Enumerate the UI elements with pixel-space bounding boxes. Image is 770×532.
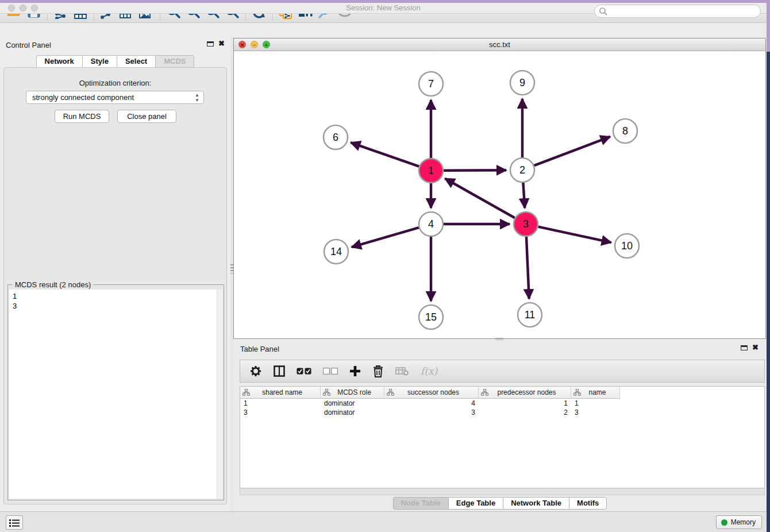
svg-text:10: 10 xyxy=(621,240,633,252)
table-row[interactable]: 3dominator323 xyxy=(240,408,764,417)
graph-edge-3-10[interactable] xyxy=(538,227,611,242)
close-panel-icon[interactable]: ✖ xyxy=(218,41,225,47)
list-icon xyxy=(9,519,20,527)
close-panel-button[interactable]: Close panel xyxy=(117,110,176,123)
graph-node-4[interactable]: 4 xyxy=(419,212,443,236)
control-panel-title: Control Panel xyxy=(6,41,51,49)
svg-text:4: 4 xyxy=(428,218,434,230)
run-mcds-button[interactable]: Run MCDS xyxy=(55,110,109,123)
table-scrollbar-strip[interactable] xyxy=(240,488,765,495)
float-table-panel-icon[interactable] xyxy=(741,345,748,350)
memory-status-icon xyxy=(721,519,727,526)
graph-node-9[interactable]: 9 xyxy=(510,71,534,95)
maximize-window-button[interactable] xyxy=(31,5,38,11)
svg-text:11: 11 xyxy=(525,309,536,321)
table-cell: 4 xyxy=(384,399,479,408)
close-window-button[interactable] xyxy=(8,5,15,11)
tab-style[interactable]: Style xyxy=(82,55,117,68)
svg-text:6: 6 xyxy=(333,132,338,143)
delete-table-icon[interactable] xyxy=(395,367,409,376)
svg-text:15: 15 xyxy=(425,311,437,323)
search-icon xyxy=(599,7,608,16)
search-field[interactable] xyxy=(594,5,761,18)
network-graph[interactable]: 7968124314101511 xyxy=(234,51,765,338)
memory-button[interactable]: Memory xyxy=(716,515,762,529)
table-cell: 1 xyxy=(571,399,620,408)
window-border-right xyxy=(767,3,770,52)
graph-edge-1-6[interactable] xyxy=(351,142,419,167)
graph-edge-2-8[interactable] xyxy=(534,137,610,165)
network-minimize-button[interactable]: – xyxy=(251,41,258,48)
function-builder-icon[interactable]: f(x) xyxy=(421,365,437,377)
criterion-select[interactable]: strongly connected component ▲▼ xyxy=(26,91,204,104)
graph-node-2[interactable]: 2 xyxy=(510,158,534,182)
mcds-result-text[interactable]: 1 3 xyxy=(9,290,217,499)
graph-edge-3-1[interactable] xyxy=(445,179,514,218)
column-header-successor-nodes[interactable]: successor nodes xyxy=(384,387,479,399)
tab-network[interactable]: Network xyxy=(36,55,82,68)
graph-node-14[interactable]: 14 xyxy=(324,240,348,264)
graph-edge-1-2[interactable] xyxy=(444,170,506,171)
column-header-MCDS-role[interactable]: MCDS role xyxy=(321,387,384,399)
table-cell: 3 xyxy=(240,408,321,417)
graph-node-6[interactable]: 6 xyxy=(324,125,348,149)
graph-node-7[interactable]: 7 xyxy=(419,72,443,96)
network-maximize-button[interactable]: + xyxy=(263,41,270,48)
select-arrows-icon: ▲▼ xyxy=(195,92,199,103)
tab-select[interactable]: Select xyxy=(117,55,155,68)
tab-network-table[interactable]: Network Table xyxy=(503,497,569,510)
delete-column-trash-icon[interactable] xyxy=(372,365,384,377)
application-window: Session: New Session xyxy=(0,0,767,23)
mcds-result-title: MCDS result (2 nodes) xyxy=(13,280,93,289)
search-input[interactable] xyxy=(594,5,761,18)
select-all-icon[interactable] xyxy=(297,368,311,375)
table-panel-title: Table Panel xyxy=(240,345,279,353)
graph-edge-4-14[interactable] xyxy=(352,228,419,247)
network-canvas[interactable]: 7968124314101511 xyxy=(234,51,765,338)
graph-node-15[interactable]: 15 xyxy=(419,305,443,329)
mcds-result-group: MCDS result (2 nodes) 1 3 xyxy=(7,284,224,500)
settings-gear-icon[interactable] xyxy=(249,365,262,377)
table-cell: 2 xyxy=(479,408,571,417)
tab-mcds[interactable]: MCDS xyxy=(155,55,194,68)
svg-text:8: 8 xyxy=(622,125,628,137)
graph-edge-2-3[interactable] xyxy=(523,183,525,208)
minimize-window-button[interactable] xyxy=(20,5,26,11)
node-table[interactable]: shared nameMCDS rolesuccessor nodesprede… xyxy=(240,386,765,488)
control-panel: Control Panel ✖ NetworkStyleSelectMCDS O… xyxy=(0,37,230,511)
task-history-button[interactable] xyxy=(6,515,23,530)
tab-motifs[interactable]: Motifs xyxy=(569,497,607,510)
graph-node-8[interactable]: 8 xyxy=(613,119,637,143)
deselect-all-icon[interactable] xyxy=(323,368,338,375)
svg-text:7: 7 xyxy=(428,78,434,90)
graph-edge-3-11[interactable] xyxy=(526,237,529,299)
network-view-window: ✕ – + scc.txt 7968124314101511 xyxy=(233,38,766,339)
graph-node-1[interactable]: 1 xyxy=(419,159,443,183)
add-column-icon[interactable] xyxy=(349,365,361,377)
table-row[interactable]: 1dominator411 xyxy=(240,399,764,408)
optimization-criterion-label: Optimization criterion: xyxy=(4,79,226,87)
network-window-title: scc.txt xyxy=(234,38,765,51)
graph-node-3[interactable]: 3 xyxy=(514,212,538,236)
column-header-shared-name[interactable]: shared name xyxy=(240,387,321,399)
control-panel-header: Control Panel ✖ xyxy=(0,37,230,54)
traffic-lights[interactable] xyxy=(8,5,38,11)
close-table-panel-icon[interactable]: ✖ xyxy=(752,345,759,350)
svg-text:14: 14 xyxy=(330,246,342,257)
graph-node-10[interactable]: 10 xyxy=(615,234,639,258)
criterion-value: strongly connected component xyxy=(32,93,134,102)
control-panel-tabs: NetworkStyleSelectMCDS xyxy=(0,55,230,68)
graph-node-11[interactable]: 11 xyxy=(518,303,542,327)
mcds-result-scrollbar[interactable] xyxy=(217,290,222,499)
column-header-predecessor-nodes[interactable]: predecessor nodes xyxy=(479,387,571,399)
network-window-titlebar[interactable]: ✕ – + scc.txt xyxy=(234,38,765,51)
svg-text:9: 9 xyxy=(519,77,525,88)
desktop-background xyxy=(767,52,770,532)
column-header-name[interactable]: name xyxy=(571,387,620,399)
network-close-button[interactable]: ✕ xyxy=(238,41,246,48)
show-column-icon[interactable] xyxy=(274,365,285,377)
tab-edge-table[interactable]: Edge Table xyxy=(448,497,503,510)
svg-text:1: 1 xyxy=(428,165,434,176)
float-panel-icon[interactable] xyxy=(207,41,214,47)
tab-node-table[interactable]: Node Table xyxy=(393,497,448,510)
